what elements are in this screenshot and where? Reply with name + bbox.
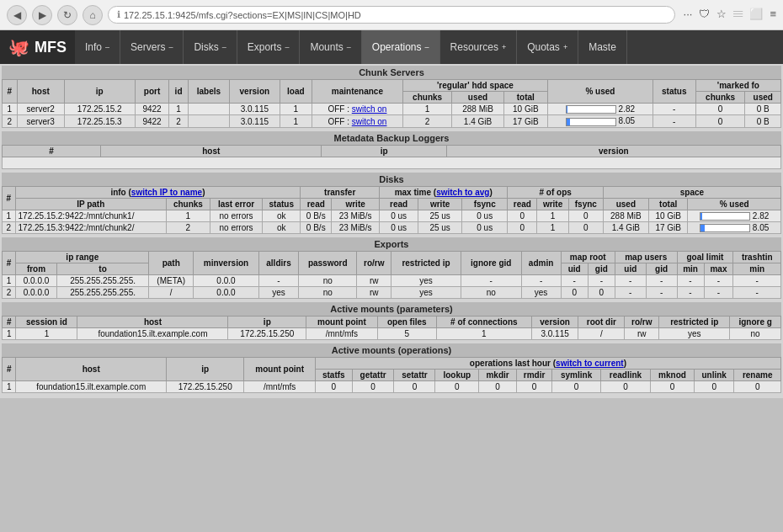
browser-bar: ◀ ▶ ↻ ⌂ ℹ 172.25.15.1:9425/mfs.cgi?secti…: [0, 0, 783, 30]
nav-master[interactable]: Maste: [578, 30, 627, 64]
switch-ip-link[interactable]: switch IP to name: [131, 188, 202, 197]
exp-col-path: path: [149, 252, 194, 275]
amo-col-num: #: [3, 358, 16, 381]
amp-row-1: 1 1 foundation15.ilt.example.com 172.25.…: [3, 328, 781, 340]
disk-subh-write-ops: write: [537, 198, 569, 210]
mb-col-num: #: [3, 145, 101, 157]
bookmarks-icon[interactable]: 𝄘: [733, 8, 743, 22]
shield-icon[interactable]: 🛡: [699, 8, 710, 22]
nav-info[interactable]: Info –: [75, 30, 120, 64]
exp-subh-uid: uid: [561, 263, 588, 275]
disk-subh-status: status: [263, 198, 301, 210]
amo-col-host: host: [16, 358, 167, 381]
exp-row-1: 1 0.0.0.0 255.255.255.255. (META) 0.0.0 …: [3, 275, 781, 287]
metadata-backup-table: # host ip version: [2, 145, 781, 169]
amo-col-ops-header: operations last hour (switch to current): [315, 358, 780, 370]
disk-row-2: 2 172.25.15.3:9422:/mnt/chunk2/ 2 no err…: [3, 222, 781, 234]
disk-subh-chunks: chunks: [166, 198, 210, 210]
tab-icon[interactable]: ⬜: [749, 8, 763, 22]
cs-row-1: 1 server2 172.25.15.2 9422 1 3.0.115 1 O…: [3, 104, 781, 115]
cs-col-port: port: [135, 80, 169, 104]
metadata-backup-section: Metadata Backup Loggers # host ip versio…: [2, 131, 781, 169]
nav-resources[interactable]: Resources +: [440, 30, 518, 64]
back-button[interactable]: ◀: [7, 5, 27, 25]
exp-subh-gid2: gid: [646, 263, 677, 275]
exp-col-trashtin: trashtin: [733, 252, 781, 263]
forward-button[interactable]: ▶: [32, 5, 52, 25]
logo-text: MFS: [35, 39, 67, 56]
chunk-servers-table: # host ip port id labels version load ma…: [2, 79, 781, 128]
cs-switch-on-1[interactable]: switch on: [352, 104, 387, 114]
menu-icon[interactable]: ≡: [770, 8, 776, 22]
cs-progress-2: [566, 118, 616, 126]
amp-col-version: version: [531, 317, 578, 328]
exp-col-rorw: ro/rw: [357, 252, 392, 275]
disk-subh-read-bw: read: [301, 198, 332, 210]
exp-col-maproot: map root: [561, 252, 615, 263]
disk-col-ops: # of ops: [508, 186, 603, 198]
refresh-button[interactable]: ↻: [57, 5, 77, 25]
amp-col-ip: ip: [228, 317, 306, 328]
exp-subh-uid2: uid: [615, 263, 646, 275]
exp-subh-gid: gid: [588, 263, 615, 275]
exp-col-goallimit: goal limit: [677, 252, 733, 263]
amp-col-num: #: [3, 317, 16, 328]
amo-subh-lookup: lookup: [435, 370, 479, 381]
amp-col-ignoreg: ignore g: [730, 317, 781, 328]
logo-icon: 🐙: [8, 37, 29, 57]
disk-col-maxtime: max time (switch to avg): [380, 186, 508, 198]
amp-col-connections: # of connections: [436, 317, 531, 328]
home-button[interactable]: ⌂: [83, 5, 103, 25]
exp-col-minver: minversion: [193, 252, 258, 275]
disk-subh-read-ops: read: [508, 198, 537, 210]
disks-section: Disks # info (switch IP to name) transfe…: [2, 173, 781, 235]
nav-exports[interactable]: Exports –: [237, 30, 301, 64]
exp-col-admin: admin: [521, 252, 561, 275]
address-bar[interactable]: ℹ 172.25.15.1:9425/mfs.cgi?sections=EX|M…: [108, 6, 675, 24]
exp-subh-from: from: [16, 263, 57, 275]
cs-col-maintenance: maintenance: [312, 80, 403, 104]
active-mounts-params-section: Active mounts (parameters) # session id …: [2, 302, 781, 340]
switch-current-link[interactable]: switch to current: [556, 359, 624, 368]
exp-col-password: password: [299, 252, 357, 275]
cs-col-id: id: [169, 80, 188, 104]
disk-subh-read-max: read: [380, 198, 418, 210]
disk-subh-write-bw: write: [332, 198, 380, 210]
nav-quotas[interactable]: Quotas +: [517, 30, 578, 64]
amo-subh-mknod: mknod: [651, 370, 695, 381]
cs-col-host: host: [17, 80, 64, 104]
content-area: Chunk Servers # host ip port id labels v…: [0, 64, 783, 398]
active-mounts-ops-section: Active mounts (operations) # host ip mou…: [2, 343, 781, 393]
amp-col-mountpoint: mount point: [306, 317, 378, 328]
dots-menu-icon[interactable]: ···: [684, 8, 693, 22]
metadata-backup-title: Metadata Backup Loggers: [2, 131, 781, 145]
disk-subh-lasterror: last error: [210, 198, 262, 210]
cs-col-load: load: [280, 80, 312, 104]
amo-subh-statfs: statfs: [315, 370, 352, 381]
disk-subh-write-max: write: [418, 198, 462, 210]
cs-switch-on-2[interactable]: switch on: [352, 117, 387, 126]
active-mounts-params-table: # session id host ip mount point open fi…: [2, 316, 781, 340]
nav-servers[interactable]: Servers –: [120, 30, 184, 64]
exp-row-2: 2 0.0.0.0 255.255.255.255. / 0.0.0 yes n…: [3, 287, 781, 299]
disk-subh-fsync-max: fsync: [461, 198, 507, 210]
url-text: 172.25.15.1:9425/mfs.cgi?sections=EX|MS|…: [124, 10, 361, 20]
chunk-servers-section: Chunk Servers # host ip port id labels v…: [2, 66, 781, 128]
top-nav: 🐙 MFS Info – Servers – Disks – Exports –…: [0, 30, 783, 64]
nav-mounts[interactable]: Mounts –: [300, 30, 361, 64]
exp-subh-trashmin: min: [733, 263, 781, 275]
bookmark-star-icon[interactable]: ☆: [716, 8, 727, 22]
cs-subh-mchunks: chunks: [695, 92, 745, 104]
amo-col-mountpoint: mount point: [244, 358, 315, 381]
disk-progress-2: [700, 224, 750, 232]
switch-avg-link[interactable]: switch to avg: [436, 188, 489, 197]
mb-col-host: host: [101, 145, 322, 157]
active-mounts-ops-table: # host ip mount point operations last ho…: [2, 357, 781, 393]
amo-subh-setattr: setattr: [394, 370, 435, 381]
nav-operations[interactable]: Operations –: [362, 30, 440, 64]
nav-disks[interactable]: Disks –: [184, 30, 237, 64]
amp-col-session: session id: [16, 317, 77, 328]
cs-col-ip: ip: [64, 80, 135, 104]
disk-subh-used: used: [603, 198, 648, 210]
disk-subh-ippath: IP path: [15, 198, 166, 210]
